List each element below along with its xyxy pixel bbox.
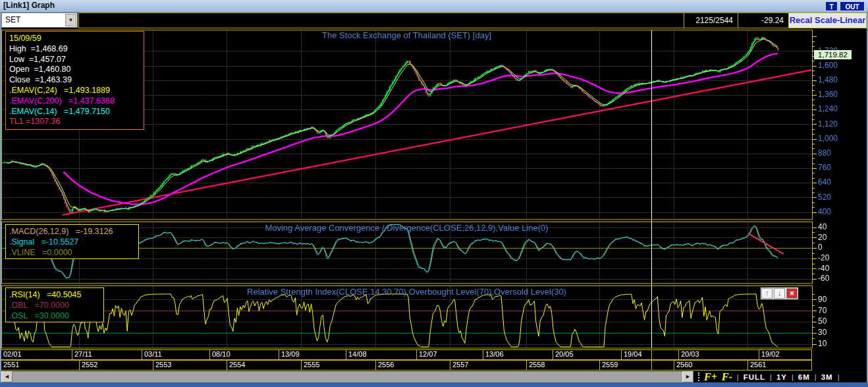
graph-window: [Link1] Graph T OUT SET ▼ 2125/2544 -29.… xyxy=(0,0,868,387)
range-toolbar: F+ F- |FULL|1Y|6M|3M| xyxy=(693,371,867,382)
scroll-left-icon[interactable]: ◄ xyxy=(1,371,13,382)
range-button-6m[interactable]: 6M xyxy=(798,373,810,381)
last-price-tag: 1,719.82 xyxy=(814,50,852,59)
main-info-box: 15/09/59High =1,468.69Low =1,457.07Open … xyxy=(5,31,144,130)
info-line: .EMAV(C,14) =1,479.7150 xyxy=(9,107,140,117)
rsi-info-box: .RSI(14) =40.5045.OBL =70.0000.OSL =30.0… xyxy=(5,287,104,322)
macd-info-box: .MACD(26,12,9) =-19.3126.Signal =-10.552… xyxy=(5,224,139,259)
range-button-1y[interactable]: 1Y xyxy=(776,373,787,381)
info-line: .EMAV(C,200) =1,437.6368 xyxy=(9,96,140,107)
info-line: .MACD(26,12,9) =-19.3126 xyxy=(9,227,135,237)
info-line: TL1 =1307.36 xyxy=(9,117,140,127)
info-line: .OBL =70.0000 xyxy=(9,301,100,311)
range-buttons: |FULL|1Y|6M|3M| xyxy=(737,373,840,381)
info-line: Close =1,463.39 xyxy=(9,75,140,86)
arrow-up-icon[interactable]: ↑ xyxy=(761,288,773,299)
info-line: Open =1,460.80 xyxy=(9,65,140,75)
font-plus-button[interactable]: F+ xyxy=(704,372,717,382)
separator: | xyxy=(770,373,772,381)
info-line: .VLINE =0.0000 xyxy=(9,248,135,258)
info-line: .OSL =30.0000 xyxy=(9,311,100,322)
info-line: .EMAV(C,24) =1,493.1889 xyxy=(9,86,140,96)
info-line: High =1,468.69 xyxy=(9,44,140,55)
range-button-full[interactable]: FULL xyxy=(744,373,765,381)
separator: | xyxy=(792,373,794,381)
info-line: .Signal =-10.5527 xyxy=(9,237,135,248)
rsi-title: Relative Strength Index(CLOSE,14,30,70),… xyxy=(1,287,812,297)
scrollbar-track[interactable] xyxy=(13,371,682,382)
rsi-panel-buttons: ↑ ↓ × xyxy=(761,287,798,299)
font-minus-button[interactable]: F- xyxy=(722,372,732,382)
separator: | xyxy=(815,373,817,381)
close-icon[interactable]: × xyxy=(786,288,798,299)
separator: | xyxy=(737,373,739,381)
grip-icon xyxy=(698,372,699,381)
info-line: .RSI(14) =40.5045 xyxy=(9,290,100,301)
range-button-3m[interactable]: 3M xyxy=(821,373,833,381)
arrow-down-icon[interactable]: ↓ xyxy=(774,288,785,299)
info-line: 15/09/59 xyxy=(9,34,140,44)
scroll-right-icon[interactable]: ► xyxy=(682,371,693,382)
separator: | xyxy=(838,373,840,381)
horizontal-scrollbar[interactable]: ◄ ► xyxy=(1,371,693,382)
info-line: Low =1,457.07 xyxy=(9,55,140,65)
